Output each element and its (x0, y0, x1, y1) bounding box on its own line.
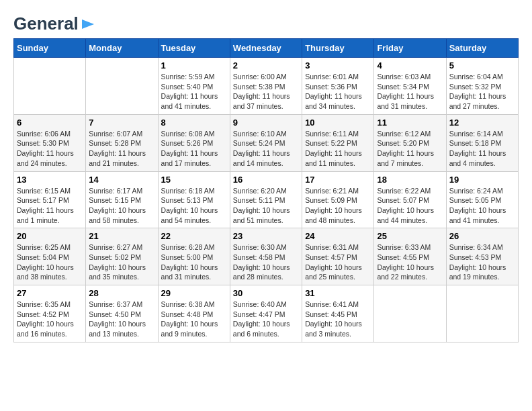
calendar-cell: 5Sunrise: 6:04 AM Sunset: 5:32 PM Daylig… (446, 58, 518, 115)
day-number: 28 (89, 288, 154, 298)
day-info: Sunrise: 6:18 AM Sunset: 5:13 PM Dayligh… (161, 186, 227, 226)
calendar-body: 1Sunrise: 5:59 AM Sunset: 5:40 PM Daylig… (14, 58, 519, 342)
day-info: Sunrise: 6:20 AM Sunset: 5:11 PM Dayligh… (233, 186, 299, 226)
header-tuesday: Tuesday (158, 39, 230, 58)
logo-general-g: G (13, 13, 27, 34)
day-info: Sunrise: 6:12 AM Sunset: 5:20 PM Dayligh… (377, 129, 443, 169)
day-info: Sunrise: 6:30 AM Sunset: 4:58 PM Dayligh… (233, 242, 299, 282)
day-info: Sunrise: 6:08 AM Sunset: 5:26 PM Dayligh… (161, 129, 227, 169)
day-number: 17 (305, 175, 371, 185)
calendar-cell: 22Sunrise: 6:28 AM Sunset: 5:00 PM Dayli… (158, 228, 230, 285)
calendar-header: Sunday Monday Tuesday Wednesday Thursday… (14, 39, 519, 58)
calendar-cell: 4Sunrise: 6:03 AM Sunset: 5:34 PM Daylig… (374, 58, 446, 115)
calendar-cell: 17Sunrise: 6:21 AM Sunset: 5:09 PM Dayli… (302, 171, 374, 228)
logo-general-text: eneral (27, 13, 79, 34)
calendar-cell: 25Sunrise: 6:33 AM Sunset: 4:55 PM Dayli… (374, 228, 446, 285)
calendar-cell: 31Sunrise: 6:41 AM Sunset: 4:45 PM Dayli… (302, 285, 374, 342)
day-info: Sunrise: 6:17 AM Sunset: 5:15 PM Dayligh… (89, 186, 154, 226)
day-number: 4 (377, 60, 443, 71)
calendar-cell: 10Sunrise: 6:11 AM Sunset: 5:22 PM Dayli… (302, 114, 374, 171)
calendar-week-1: 1Sunrise: 5:59 AM Sunset: 5:40 PM Daylig… (14, 58, 519, 115)
day-info: Sunrise: 6:15 AM Sunset: 5:17 PM Dayligh… (17, 186, 83, 226)
calendar-cell (446, 285, 518, 342)
day-number: 20 (17, 231, 83, 241)
calendar-cell: 20Sunrise: 6:25 AM Sunset: 5:04 PM Dayli… (14, 228, 86, 285)
logo: G eneral (13, 13, 95, 32)
day-info: Sunrise: 6:06 AM Sunset: 5:30 PM Dayligh… (17, 129, 83, 169)
calendar-cell: 8Sunrise: 6:08 AM Sunset: 5:26 PM Daylig… (158, 114, 230, 171)
day-info: Sunrise: 6:25 AM Sunset: 5:04 PM Dayligh… (17, 242, 83, 282)
calendar-cell: 30Sunrise: 6:40 AM Sunset: 4:47 PM Dayli… (230, 285, 302, 342)
day-info: Sunrise: 6:27 AM Sunset: 5:02 PM Dayligh… (89, 242, 154, 282)
day-number: 18 (377, 175, 443, 185)
weekday-row: Sunday Monday Tuesday Wednesday Thursday… (14, 39, 519, 58)
calendar-cell: 9Sunrise: 6:10 AM Sunset: 5:24 PM Daylig… (230, 114, 302, 171)
day-info: Sunrise: 6:31 AM Sunset: 4:57 PM Dayligh… (305, 242, 371, 282)
page-header: G eneral (13, 13, 519, 32)
calendar-cell: 29Sunrise: 6:38 AM Sunset: 4:48 PM Dayli… (158, 285, 230, 342)
day-number: 15 (161, 175, 227, 185)
calendar-cell: 14Sunrise: 6:17 AM Sunset: 5:15 PM Dayli… (86, 171, 158, 228)
calendar-cell (86, 58, 158, 115)
day-number: 14 (89, 175, 154, 185)
calendar-cell: 19Sunrise: 6:24 AM Sunset: 5:05 PM Dayli… (446, 171, 518, 228)
day-number: 19 (449, 175, 515, 185)
calendar-cell: 11Sunrise: 6:12 AM Sunset: 5:20 PM Dayli… (374, 114, 446, 171)
header-wednesday: Wednesday (230, 39, 302, 58)
calendar-week-5: 27Sunrise: 6:35 AM Sunset: 4:52 PM Dayli… (14, 285, 519, 342)
day-number: 16 (233, 175, 299, 185)
calendar-cell (14, 58, 86, 115)
day-number: 2 (233, 60, 299, 71)
calendar-cell: 16Sunrise: 6:20 AM Sunset: 5:11 PM Dayli… (230, 171, 302, 228)
calendar-cell: 27Sunrise: 6:35 AM Sunset: 4:52 PM Dayli… (14, 285, 86, 342)
calendar-cell: 23Sunrise: 6:30 AM Sunset: 4:58 PM Dayli… (230, 228, 302, 285)
day-number: 22 (161, 231, 227, 241)
day-info: Sunrise: 6:22 AM Sunset: 5:07 PM Dayligh… (377, 186, 443, 226)
day-info: Sunrise: 6:35 AM Sunset: 4:52 PM Dayligh… (17, 300, 83, 339)
day-info: Sunrise: 6:14 AM Sunset: 5:18 PM Dayligh… (449, 129, 515, 169)
day-info: Sunrise: 6:40 AM Sunset: 4:47 PM Dayligh… (233, 300, 299, 339)
calendar-cell: 6Sunrise: 6:06 AM Sunset: 5:30 PM Daylig… (14, 114, 86, 171)
day-info: Sunrise: 6:34 AM Sunset: 4:53 PM Dayligh… (449, 242, 515, 282)
header-sunday: Sunday (14, 39, 86, 58)
day-info: Sunrise: 6:07 AM Sunset: 5:28 PM Dayligh… (89, 129, 154, 169)
day-info: Sunrise: 6:03 AM Sunset: 5:34 PM Dayligh… (377, 72, 443, 111)
day-number: 29 (161, 288, 227, 298)
day-number: 25 (377, 231, 443, 241)
header-thursday: Thursday (302, 39, 374, 58)
svg-marker-0 (82, 19, 94, 29)
logo-arrow-icon (81, 17, 95, 32)
day-number: 13 (17, 175, 83, 185)
header-friday: Friday (374, 39, 446, 58)
day-info: Sunrise: 6:10 AM Sunset: 5:24 PM Dayligh… (233, 129, 299, 169)
calendar-cell: 1Sunrise: 5:59 AM Sunset: 5:40 PM Daylig… (158, 58, 230, 115)
day-info: Sunrise: 6:38 AM Sunset: 4:48 PM Dayligh… (161, 300, 227, 339)
day-number: 9 (233, 118, 299, 128)
day-number: 24 (305, 231, 371, 241)
calendar-cell: 12Sunrise: 6:14 AM Sunset: 5:18 PM Dayli… (446, 114, 518, 171)
calendar-cell: 24Sunrise: 6:31 AM Sunset: 4:57 PM Dayli… (302, 228, 374, 285)
day-info: Sunrise: 5:59 AM Sunset: 5:40 PM Dayligh… (161, 72, 227, 111)
calendar-week-3: 13Sunrise: 6:15 AM Sunset: 5:17 PM Dayli… (14, 171, 519, 228)
day-number: 6 (17, 118, 83, 128)
calendar-cell: 15Sunrise: 6:18 AM Sunset: 5:13 PM Dayli… (158, 171, 230, 228)
day-info: Sunrise: 6:01 AM Sunset: 5:36 PM Dayligh… (305, 72, 371, 111)
day-number: 21 (89, 231, 154, 241)
calendar-week-4: 20Sunrise: 6:25 AM Sunset: 5:04 PM Dayli… (14, 228, 519, 285)
day-number: 7 (89, 118, 154, 128)
calendar-cell (374, 285, 446, 342)
day-number: 8 (161, 118, 227, 128)
day-number: 23 (233, 231, 299, 241)
day-info: Sunrise: 6:41 AM Sunset: 4:45 PM Dayligh… (305, 300, 371, 339)
calendar-cell: 3Sunrise: 6:01 AM Sunset: 5:36 PM Daylig… (302, 58, 374, 115)
calendar-cell: 18Sunrise: 6:22 AM Sunset: 5:07 PM Dayli… (374, 171, 446, 228)
day-info: Sunrise: 6:04 AM Sunset: 5:32 PM Dayligh… (449, 72, 515, 111)
calendar-week-2: 6Sunrise: 6:06 AM Sunset: 5:30 PM Daylig… (14, 114, 519, 171)
day-number: 27 (17, 288, 83, 298)
calendar-cell: 13Sunrise: 6:15 AM Sunset: 5:17 PM Dayli… (14, 171, 86, 228)
calendar-cell: 7Sunrise: 6:07 AM Sunset: 5:28 PM Daylig… (86, 114, 158, 171)
day-info: Sunrise: 6:00 AM Sunset: 5:38 PM Dayligh… (233, 72, 299, 111)
day-number: 12 (449, 118, 515, 128)
day-info: Sunrise: 6:37 AM Sunset: 4:50 PM Dayligh… (89, 300, 154, 339)
calendar-cell: 21Sunrise: 6:27 AM Sunset: 5:02 PM Dayli… (86, 228, 158, 285)
